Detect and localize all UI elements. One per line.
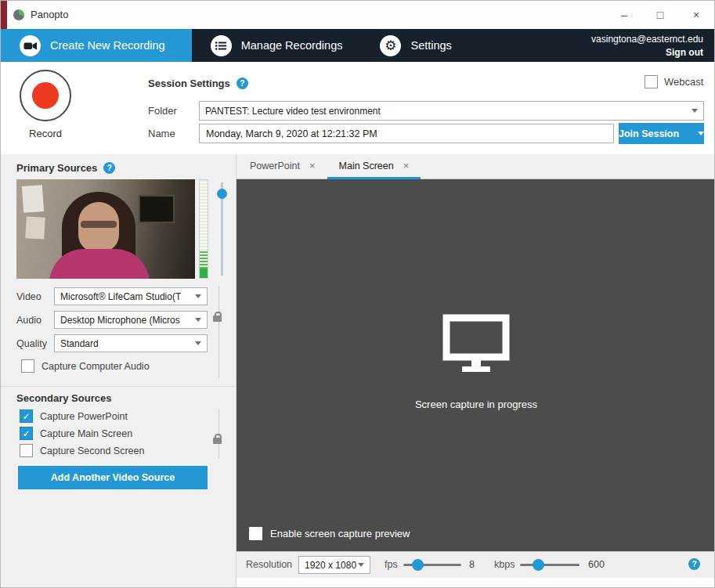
capture-preview-panel: PowerPoint × Main Screen × Screen captur… — [237, 154, 715, 588]
fps-slider-handle[interactable] — [412, 559, 424, 571]
preview-tabbar: PowerPoint × Main Screen × — [237, 154, 715, 179]
tab-main-screen[interactable]: Main Screen × — [327, 154, 421, 179]
add-video-source-button[interactable]: Add Another Video Source — [18, 466, 208, 489]
video-source-dropdown[interactable]: Microsoft® LifeCam Studio(T — [54, 287, 208, 305]
tab-create-new-recording[interactable]: Create New Recording — [1, 29, 192, 62]
webcast-checkbox[interactable]: ✓ — [645, 75, 658, 88]
titlebar-accent-strip — [1, 1, 7, 29]
fps-label: fps — [385, 559, 398, 570]
volume-slider-handle[interactable] — [217, 189, 227, 199]
audio-source-dropdown[interactable]: Desktop Microphone (Micros — [54, 311, 208, 329]
video-camera-icon — [20, 35, 41, 56]
quality-value: Standard — [60, 338, 99, 349]
check-icon: ✓ — [251, 528, 259, 539]
capture-main-screen-option: ✓ Capture Main Screen — [20, 427, 132, 440]
chevron-down-icon — [698, 132, 704, 135]
meter-inactive-segments — [200, 180, 208, 251]
quality-dropdown[interactable]: Standard — [54, 334, 208, 352]
check-icon: ✓ — [22, 428, 30, 439]
capture-computer-audio-option: ✓ Capture Computer Audio — [21, 359, 150, 373]
chevron-down-icon — [195, 341, 201, 345]
session-name-input[interactable] — [199, 124, 614, 143]
secondary-sources-title: Secondary Sources — [16, 392, 111, 404]
close-icon[interactable]: × — [309, 160, 316, 171]
audio-level-meter — [199, 179, 208, 279]
maximize-button[interactable]: □ — [642, 1, 678, 29]
capture-powerpoint-checkbox[interactable]: ✓ — [20, 409, 33, 423]
primary-sources-help-icon[interactable]: ? — [103, 162, 115, 174]
app-window: Panopto – □ × Create New Recording Manag… — [0, 0, 715, 588]
check-icon: ✓ — [647, 77, 655, 88]
kbps-value: 600 — [588, 559, 605, 570]
capture-second-screen-option: ✓ Capture Second Screen — [20, 444, 144, 457]
titlebar: Panopto – □ × — [1, 1, 714, 29]
audio-label: Audio — [16, 315, 54, 326]
fps-slider[interactable] — [403, 564, 461, 566]
enable-preview-label: Enable screen capture preview — [270, 528, 410, 539]
record-dot — [32, 82, 59, 109]
screen-capture-area: Screen capture in progress ✓ Enable scre… — [237, 179, 715, 551]
capture-main-screen-label: Capture Main Screen — [40, 428, 132, 439]
kbps-slider-handle[interactable] — [533, 559, 544, 571]
main-nav: Create New Recording Manage Recordings ⚙… — [1, 29, 714, 62]
lock-icon — [213, 438, 222, 444]
close-button[interactable]: × — [678, 1, 714, 29]
folder-label: Folder — [148, 105, 177, 117]
meter-active-segments — [200, 251, 208, 269]
minimize-button[interactable]: – — [606, 1, 642, 29]
tab-powerpoint[interactable]: PowerPoint × — [238, 154, 327, 179]
session-help-icon[interactable]: ? — [237, 78, 248, 89]
nav-item-label: Create New Recording — [50, 39, 165, 52]
kbps-slider[interactable] — [520, 564, 580, 566]
webcast-label: Webcast — [664, 76, 703, 88]
check-icon: ✓ — [23, 361, 31, 372]
sources-panel: Primary Sources ? Video — [1, 154, 237, 588]
user-account-area: vasingtona@easternct.edu Sign out — [580, 29, 714, 62]
resolution-dropdown[interactable]: 1920 x 1080 — [298, 556, 370, 574]
fps-value: 8 — [469, 559, 475, 570]
enable-preview-option: ✓ Enable screen capture preview — [249, 527, 410, 540]
capture-second-screen-label: Capture Second Screen — [40, 446, 144, 456]
folder-value: PANTEST: Lecture video test environment — [205, 106, 381, 117]
tab-label: PowerPoint — [250, 161, 300, 171]
join-session-button[interactable]: Join Session — [619, 123, 704, 144]
lock-icon — [213, 316, 222, 322]
nav-item-label: Settings — [410, 39, 451, 52]
screen-status-text: Screen capture in progress — [237, 399, 715, 410]
tab-manage-recordings[interactable]: Manage Recordings — [192, 29, 362, 62]
capture-powerpoint-label: Capture PowerPoint — [40, 411, 128, 422]
primary-sources-title: Primary Sources — [16, 162, 97, 174]
monitor-icon — [442, 314, 510, 373]
chevron-down-icon — [692, 109, 698, 113]
capture-settings-help-icon[interactable]: ? — [688, 558, 700, 570]
capture-computer-audio-checkbox[interactable]: ✓ — [21, 359, 34, 373]
folder-dropdown[interactable]: PANTEST: Lecture video test environment — [199, 101, 704, 121]
capture-powerpoint-option: ✓ Capture PowerPoint — [20, 409, 128, 423]
panopto-logo-icon — [13, 9, 24, 20]
check-icon: ✓ — [22, 446, 30, 456]
chevron-down-icon — [195, 294, 201, 298]
list-icon — [211, 35, 232, 56]
capture-second-screen-checkbox[interactable]: ✓ — [20, 444, 33, 457]
video-source-row: Video Microsoft® LifeCam Studio(T — [16, 287, 208, 305]
section-divider — [1, 386, 237, 387]
capture-main-screen-checkbox[interactable]: ✓ — [20, 427, 33, 440]
tab-label: Main Screen — [339, 161, 394, 171]
screen-capture-status: Screen capture in progress — [237, 314, 715, 410]
chevron-down-icon — [195, 318, 201, 322]
record-label: Record — [18, 128, 73, 139]
sign-out-link[interactable]: Sign out — [666, 47, 703, 58]
name-label: Name — [148, 128, 175, 139]
quality-row: Quality Standard — [16, 334, 208, 352]
tab-settings[interactable]: ⚙ Settings — [361, 29, 470, 62]
session-settings-header: Session Settings ? — [148, 78, 248, 89]
capture-computer-audio-label: Capture Computer Audio — [42, 361, 150, 372]
quality-label: Quality — [16, 338, 54, 349]
enable-preview-checkbox[interactable]: ✓ — [249, 527, 262, 540]
primary-sources-header: Primary Sources ? — [16, 162, 115, 174]
webcast-option: ✓ Webcast — [645, 75, 703, 88]
record-button[interactable] — [20, 70, 71, 121]
main-area: Primary Sources ? Video — [1, 154, 714, 588]
close-icon[interactable]: × — [403, 160, 410, 171]
background-photo — [22, 185, 44, 213]
